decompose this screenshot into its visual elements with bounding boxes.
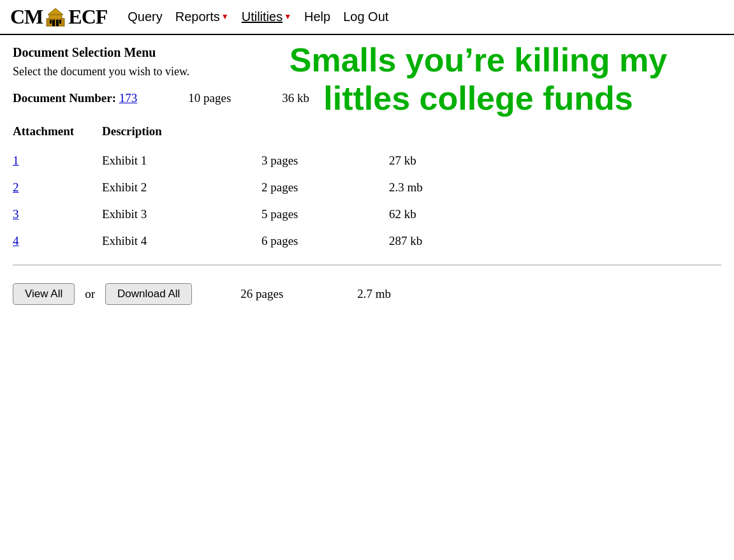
header-size (389, 124, 517, 138)
attachments-header: Attachment Description (13, 124, 721, 141)
table-row: 1Exhibit 13 pages27 kb (13, 147, 721, 174)
attachment-link[interactable]: 3 (13, 207, 19, 221)
total-size: 2.7 mb (357, 287, 391, 301)
header-description: Description (102, 124, 261, 138)
attachment-size: 2.3 mb (389, 181, 517, 195)
overlay-line1: Smalls you’re killing my (281, 41, 676, 80)
svg-rect-3 (52, 20, 55, 26)
main-nav: Query Reports ▼ Utilities ▼ Help Log Out (128, 10, 388, 24)
nav-query[interactable]: Query (128, 10, 162, 24)
nav-reports-dropdown[interactable]: Reports ▼ (175, 10, 229, 24)
svg-marker-2 (48, 8, 63, 15)
attachment-size: 287 kb (389, 234, 517, 248)
doc-pages: 10 pages (188, 91, 231, 105)
svg-rect-5 (50, 20, 52, 24)
nav-reports[interactable]: Reports (175, 10, 220, 24)
total-pages: 26 pages (240, 287, 283, 301)
doc-number-link[interactable]: 173 (119, 91, 138, 105)
attachments-section: Attachment Description 1Exhibit 13 pages… (13, 124, 721, 254)
or-text: or (85, 287, 95, 301)
nav-logout[interactable]: Log Out (343, 10, 388, 24)
svg-rect-0 (47, 18, 64, 26)
nav-utilities[interactable]: Utilities (242, 10, 283, 24)
logo-ecf: ECF (68, 5, 107, 29)
header-pages (261, 124, 389, 138)
svg-rect-4 (56, 20, 59, 26)
utilities-dropdown-arrow: ▼ (284, 12, 291, 22)
attachment-rows: 1Exhibit 13 pages27 kb2Exhibit 22 pages2… (13, 147, 721, 254)
table-row: 2Exhibit 22 pages2.3 mb (13, 174, 721, 201)
overlay-line2: littles college funds (281, 80, 676, 118)
nav-utilities-dropdown[interactable]: Utilities ▼ (242, 10, 291, 24)
attachment-size: 62 kb (389, 207, 517, 221)
svg-rect-1 (49, 15, 62, 19)
view-all-button[interactable]: View All (13, 283, 75, 305)
svg-rect-6 (59, 20, 61, 24)
logo[interactable]: CM ECF (10, 5, 107, 29)
attachment-pages: 5 pages (261, 207, 389, 221)
table-row: 4Exhibit 46 pages287 kb (13, 228, 721, 254)
attachment-link[interactable]: 4 (13, 234, 19, 247)
logo-cm: CM (10, 5, 43, 29)
attachment-description: Exhibit 3 (102, 207, 261, 221)
attachment-link[interactable]: 2 (13, 181, 19, 194)
attachment-pages: 6 pages (261, 234, 389, 248)
download-all-button[interactable]: Download All (105, 283, 192, 305)
header-attachment: Attachment (13, 124, 102, 138)
nav-help[interactable]: Help (304, 10, 330, 24)
overlay-message: Smalls you’re killing my littles college… (281, 41, 676, 118)
bottom-bar: View All or Download All 26 pages 2.7 mb (13, 276, 721, 313)
doc-number-label: Document Number: (13, 91, 116, 105)
attachment-link[interactable]: 1 (13, 154, 19, 167)
attachment-pages: 2 pages (261, 181, 389, 195)
attachment-description: Exhibit 4 (102, 234, 261, 248)
attachment-size: 27 kb (389, 154, 517, 168)
attachment-description: Exhibit 1 (102, 154, 261, 168)
reports-dropdown-arrow: ▼ (221, 12, 229, 22)
courthouse-icon (44, 6, 67, 29)
attachment-description: Exhibit 2 (102, 181, 261, 195)
section-divider (13, 265, 721, 265)
attachment-pages: 3 pages (261, 154, 389, 168)
table-row: 3Exhibit 35 pages62 kb (13, 201, 721, 228)
